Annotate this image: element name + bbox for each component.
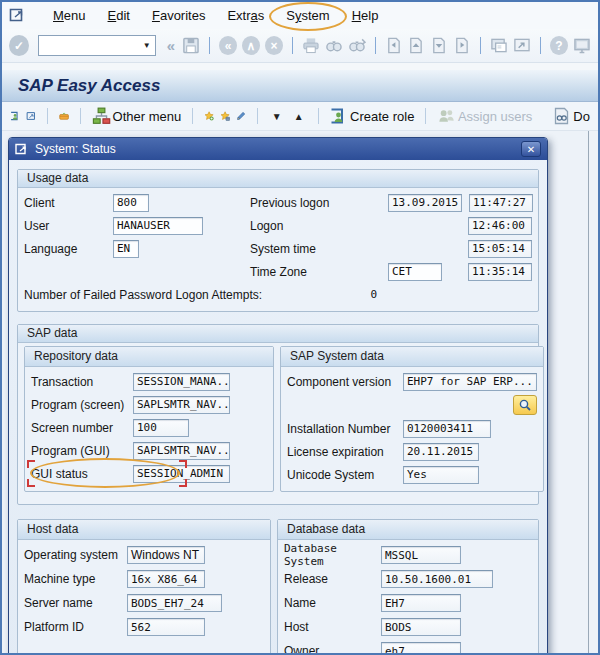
host-data-group: Host data Operating system Windows NT Ma… — [17, 519, 271, 655]
menu-item-extras[interactable]: Extras — [216, 5, 275, 26]
toolbar-separator — [292, 37, 293, 54]
system-status-dialog: System: Status ✕ Usage data Client 800 P… — [8, 137, 548, 655]
user-label: User — [24, 219, 113, 233]
release-field[interactable]: 10.50.1600.01 — [381, 570, 493, 588]
find-icon[interactable] — [325, 36, 343, 55]
move-down-icon[interactable]: ▼ — [269, 111, 285, 122]
last-page-icon[interactable] — [453, 36, 471, 55]
toolbar-separator — [47, 108, 48, 124]
display-menu-icon[interactable] — [26, 107, 36, 125]
previous-logon-date-field[interactable]: 13.09.2015 — [388, 194, 462, 212]
logon-time-field[interactable]: 12:46:00 — [468, 217, 532, 235]
previous-page-icon[interactable] — [407, 36, 425, 55]
customize-layout-icon[interactable] — [573, 36, 591, 55]
license-expiration-field[interactable]: 20.11.2015 — [403, 443, 479, 461]
operating-system-field[interactable]: Windows NT — [127, 546, 205, 564]
db-name-field[interactable]: EH7 — [381, 594, 461, 612]
collapse-toolbar-icon[interactable]: « — [165, 37, 177, 54]
machine-type-label: Machine type — [24, 572, 127, 586]
other-menu-label: Other menu — [113, 109, 182, 124]
delete-favorite-icon[interactable] — [220, 107, 230, 125]
menu-item-menu[interactable]: Menu — [42, 5, 97, 26]
platform-id-field[interactable]: 562 — [127, 618, 205, 636]
language-label: Language — [24, 242, 113, 256]
enter-icon[interactable]: ✓ — [9, 35, 29, 56]
row-db-host: Host BODS — [284, 615, 532, 639]
repository-data-group: Repository data Transaction SESSION_MANA… — [24, 346, 274, 492]
move-up-icon[interactable]: ▲ — [291, 111, 307, 122]
language-field[interactable]: EN — [113, 240, 139, 258]
previous-logon-time-field[interactable]: 11:47:27 — [469, 194, 533, 212]
client-field[interactable]: 800 — [113, 194, 149, 212]
menu-item-system[interactable]: System — [275, 5, 340, 26]
cancel-icon[interactable]: × — [265, 36, 283, 55]
menu-item-help[interactable]: Help — [341, 5, 390, 26]
usage-row-language: Language EN System time 15:05:14 — [24, 237, 532, 260]
machine-type-field[interactable]: 16x X86_64 — [127, 570, 205, 588]
sap-system-data-header: SAP System data — [281, 347, 543, 367]
business-workplace-icon[interactable] — [59, 107, 69, 125]
sap-system-data-group: SAP System data Component version EHP7 f… — [280, 346, 544, 492]
sap-menu-icon[interactable] — [10, 107, 20, 125]
time-zone-time-field[interactable]: 11:35:14 — [468, 263, 532, 281]
usage-row-timezone: Time Zone CET 11:35:14 — [24, 260, 532, 283]
back-icon[interactable]: « — [219, 36, 237, 55]
menu-item-favorites[interactable]: Favorites — [141, 5, 216, 26]
screen-number-label: Screen number — [31, 421, 133, 435]
component-version-field[interactable]: EHP7 for SAP ERP... — [403, 373, 537, 391]
edit-favorites-icon[interactable] — [236, 107, 246, 125]
toolbar-separator — [375, 37, 376, 54]
usage-data-group: Usage data Client 800 Previous logon 13.… — [17, 169, 539, 312]
add-favorite-icon[interactable] — [204, 107, 214, 125]
close-icon[interactable]: ✕ — [521, 141, 541, 157]
menu-item-edit[interactable]: Edit — [97, 5, 141, 26]
toolbar-separator — [192, 108, 193, 124]
transaction-field[interactable]: SESSION_MANA.. — [133, 373, 230, 391]
org-chart-icon — [92, 107, 111, 125]
standard-toolbar: ✓ ▼ « « ∧ × — [2, 29, 598, 63]
database-system-field[interactable]: MSSQL — [381, 546, 461, 564]
gui-status-field[interactable]: SESSION_ADMIN — [133, 465, 230, 483]
system-time-field[interactable]: 15:05:14 — [468, 240, 532, 258]
installation-number-field[interactable]: 0120003411 — [403, 420, 491, 438]
command-input[interactable] — [39, 37, 139, 54]
exit-icon[interactable]: ∧ — [242, 36, 260, 55]
time-zone-field[interactable]: CET — [388, 263, 442, 281]
create-role-button[interactable]: Create role — [329, 107, 414, 125]
screen-number-field[interactable]: 100 — [133, 419, 189, 437]
other-menu-button[interactable]: Other menu — [92, 107, 182, 125]
database-data-group: Database data Database System MSSQL Rele… — [277, 519, 539, 655]
next-page-icon[interactable] — [430, 36, 448, 55]
toolbar-separator — [209, 37, 210, 54]
component-detail-button[interactable] — [513, 395, 537, 415]
program-gui-field[interactable]: SAPLSMTR_NAV.. — [133, 442, 230, 460]
row-platform-id: Platform ID 562 — [24, 615, 264, 639]
help-icon[interactable]: ? — [550, 36, 568, 55]
save-icon[interactable] — [182, 36, 200, 55]
row-operating-system: Operating system Windows NT — [24, 543, 264, 567]
find-next-icon[interactable] — [348, 36, 366, 55]
db-owner-field[interactable]: eh7 — [381, 642, 461, 655]
toolbar-separator — [318, 108, 319, 124]
program-screen-field[interactable]: SAPLSMTR_NAV.. — [133, 396, 230, 414]
db-host-field[interactable]: BODS — [381, 618, 461, 636]
command-dropdown-icon[interactable]: ▼ — [139, 36, 155, 55]
new-session-icon[interactable] — [490, 36, 508, 55]
row-db-owner: Owner eh7 — [284, 639, 532, 655]
documentation-button[interactable]: Do — [552, 107, 590, 125]
documentation-label: Do — [573, 109, 590, 124]
row-db-name: Name EH7 — [284, 591, 532, 615]
first-page-icon[interactable] — [385, 36, 403, 55]
server-name-field[interactable]: BODS_EH7_24 — [127, 594, 222, 612]
db-host-label: Host — [284, 620, 381, 634]
print-icon[interactable] — [302, 36, 320, 55]
server-name-label: Server name — [24, 596, 127, 610]
assign-users-button[interactable]: Assign users — [437, 107, 532, 125]
menu-bar: Menu Edit Favorites Extras System Help — [2, 2, 598, 29]
generate-shortcut-icon[interactable] — [513, 36, 531, 55]
system-menu-icon[interactable] — [9, 8, 26, 23]
unicode-system-field[interactable]: Yes — [403, 466, 479, 484]
dialog-title-bar[interactable]: System: Status ✕ — [9, 138, 547, 160]
user-field[interactable]: HANAUSER — [113, 217, 203, 235]
toolbar-separator — [425, 108, 426, 124]
